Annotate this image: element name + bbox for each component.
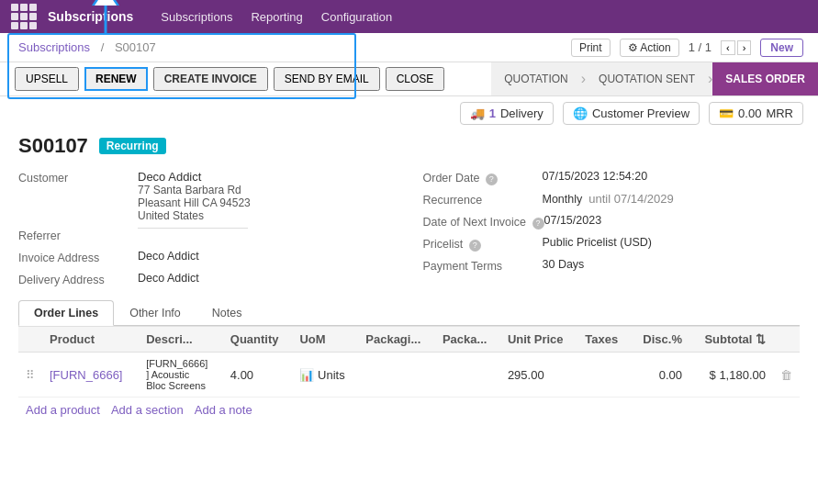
globe-icon: 🌐 bbox=[573, 106, 588, 120]
status-tabs: QUOTATION › QUOTATION SENT › SALES ORDER bbox=[491, 62, 818, 95]
col-product: Product bbox=[42, 327, 139, 353]
row-quantity[interactable]: 4.00 bbox=[223, 353, 293, 398]
col-handle bbox=[18, 327, 42, 353]
customer-label: Customer bbox=[18, 170, 138, 185]
tab-other-info[interactable]: Other Info bbox=[114, 300, 196, 325]
credit-icon: 💳 bbox=[719, 106, 734, 120]
next-invoice-help[interactable]: ? bbox=[532, 218, 544, 230]
col-disc: Disc.% bbox=[630, 327, 689, 353]
action-bar: Subscriptions / S00107 Print ⚙ Action 1 … bbox=[0, 33, 818, 62]
invoice-address-value: Deco Addict bbox=[138, 250, 199, 263]
order-date-value: 07/15/2023 12:54:20 bbox=[543, 170, 648, 183]
row-disc[interactable]: 0.00 bbox=[630, 353, 689, 398]
breadcrumb: Subscriptions / S00107 bbox=[15, 40, 160, 54]
breadcrumb-parent[interactable]: Subscriptions bbox=[18, 40, 90, 54]
row-product[interactable]: [FURN_6666] bbox=[42, 353, 139, 398]
row-delete[interactable]: 🗑 bbox=[773, 353, 800, 398]
col-description: Descri... bbox=[139, 327, 223, 353]
recurrence-value: Monthly until 07/14/2029 bbox=[543, 192, 674, 206]
row-description: [FURN_6666]] AcousticBloc Screens bbox=[139, 353, 223, 398]
delivery-address-field: Delivery Address Deco Addict bbox=[18, 269, 396, 291]
pagination: 1 / 1 bbox=[689, 40, 712, 54]
main-content: S00107 Recurring Customer Deco Addict 77… bbox=[0, 125, 818, 431]
table-footer: Add a product Add a section Add a note bbox=[18, 398, 800, 422]
status-tab-quotation[interactable]: QUOTATION bbox=[491, 62, 581, 95]
col-actions bbox=[773, 327, 800, 353]
row-packaging2 bbox=[435, 353, 500, 398]
pricelist-help[interactable]: ? bbox=[469, 240, 481, 252]
order-date-help[interactable]: ? bbox=[486, 174, 498, 185]
delivery-pill[interactable]: 🚚 1 Delivery bbox=[460, 102, 554, 125]
add-product-link[interactable]: Add a product bbox=[26, 403, 100, 417]
row-uom: 📊 Units bbox=[292, 353, 358, 398]
col-taxes: Taxes bbox=[577, 327, 630, 353]
address-line2: Pleasant Hill CA 94523 bbox=[138, 196, 251, 209]
payment-terms-value: 30 Days bbox=[543, 258, 585, 271]
close-button[interactable]: CLOSE bbox=[386, 67, 445, 91]
customer-name-link[interactable]: Deco Addict bbox=[138, 170, 201, 184]
nav-subscriptions[interactable]: Subscriptions bbox=[161, 10, 232, 24]
mrr-count: 0.00 bbox=[738, 106, 761, 120]
customer-field: Customer Deco Addict 77 Santa Barbara Rd… bbox=[18, 167, 396, 225]
col-packaging1: Packagi... bbox=[358, 327, 435, 353]
col-subtotal: Subtotal ⇅ bbox=[689, 327, 773, 353]
delivery-address-label: Delivery Address bbox=[18, 272, 138, 286]
referrer-value[interactable] bbox=[138, 228, 248, 229]
pricelist-field: Pricelist ? Public Pricelist (USD) bbox=[423, 233, 801, 255]
table-header-row: Product Descri... Quantity UoM Packagi..… bbox=[18, 327, 800, 353]
delivery-address-value: Deco Addict bbox=[138, 272, 199, 285]
renew-button[interactable]: RENEW bbox=[84, 67, 148, 91]
tab-notes[interactable]: Notes bbox=[196, 300, 258, 325]
send-by-email-button[interactable]: SEND BY EMAIL bbox=[274, 67, 380, 91]
customer-preview-pill[interactable]: 🌐 Customer Preview bbox=[563, 102, 700, 125]
prev-record[interactable]: ‹ bbox=[721, 40, 735, 55]
add-section-link[interactable]: Add a section bbox=[111, 403, 184, 417]
recurrence-label: Recurrence bbox=[423, 192, 543, 207]
add-note-link[interactable]: Add a note bbox=[195, 403, 252, 417]
next-invoice-label: Date of Next Invoice ? bbox=[423, 214, 544, 230]
record-title-row: S00107 Recurring bbox=[18, 134, 800, 158]
next-invoice-field: Date of Next Invoice ? 07/15/2023 bbox=[423, 211, 801, 233]
next-invoice-value: 07/15/2023 bbox=[544, 214, 602, 227]
nav-configuration[interactable]: Configuration bbox=[321, 10, 392, 24]
print-button[interactable]: Print bbox=[571, 39, 611, 57]
row-taxes bbox=[577, 353, 630, 398]
row-packaging1 bbox=[358, 353, 435, 398]
order-date-label: Order Date ? bbox=[423, 170, 543, 185]
recurring-badge: Recurring bbox=[99, 138, 166, 154]
app-brand: Subscriptions bbox=[48, 9, 133, 24]
col-packaging2: Packa... bbox=[435, 327, 500, 353]
mrr-label: MRR bbox=[766, 106, 793, 120]
customer-preview-label: Customer Preview bbox=[592, 106, 689, 120]
row-handle[interactable]: ⠿ bbox=[18, 353, 42, 398]
status-tab-quotation-sent[interactable]: QUOTATION SENT bbox=[586, 62, 708, 95]
create-invoice-button[interactable]: CREATE INVOICE bbox=[153, 67, 268, 91]
delivery-label: Delivery bbox=[500, 106, 543, 120]
breadcrumb-separator: / bbox=[101, 40, 105, 54]
mrr-pill[interactable]: 💳 0.00 MRR bbox=[709, 102, 803, 125]
col-uom: UoM bbox=[292, 327, 358, 353]
tab-order-lines[interactable]: Order Lines bbox=[18, 300, 114, 326]
invoice-address-label: Invoice Address bbox=[18, 250, 138, 264]
invoice-address-field: Invoice Address Deco Addict bbox=[18, 247, 396, 269]
nav-reporting[interactable]: Reporting bbox=[251, 10, 302, 24]
customer-value: Deco Addict 77 Santa Barbara Rd Pleasant… bbox=[138, 170, 251, 222]
new-button[interactable]: New bbox=[760, 39, 803, 57]
pricelist-value: Public Pricelist (USD) bbox=[543, 236, 652, 249]
app-grid-icon[interactable] bbox=[11, 4, 37, 29]
col-unit-price: Unit Price bbox=[500, 327, 577, 353]
referrer-field: Referrer bbox=[18, 225, 396, 247]
top-navbar: Subscriptions Subscriptions Reporting Co… bbox=[0, 0, 818, 33]
info-pills: 🚚 1 Delivery 🌐 Customer Preview 💳 0.00 M… bbox=[0, 96, 818, 125]
action-button[interactable]: ⚙ Action bbox=[620, 39, 679, 57]
truck-icon: 🚚 bbox=[470, 106, 485, 120]
status-tab-sales-order[interactable]: SALES ORDER bbox=[712, 62, 818, 95]
upsell-button[interactable]: UPSELL bbox=[15, 67, 79, 91]
delivery-count: 1 bbox=[489, 106, 496, 120]
referrer-label: Referrer bbox=[18, 228, 138, 242]
recurrence-field: Recurrence Monthly until 07/14/2029 bbox=[423, 189, 801, 211]
row-unit-price[interactable]: 295.00 bbox=[500, 353, 577, 398]
next-record[interactable]: › bbox=[737, 40, 752, 55]
record-title: S00107 bbox=[18, 134, 88, 158]
left-fields: Customer Deco Addict 77 Santa Barbara Rd… bbox=[18, 167, 396, 291]
